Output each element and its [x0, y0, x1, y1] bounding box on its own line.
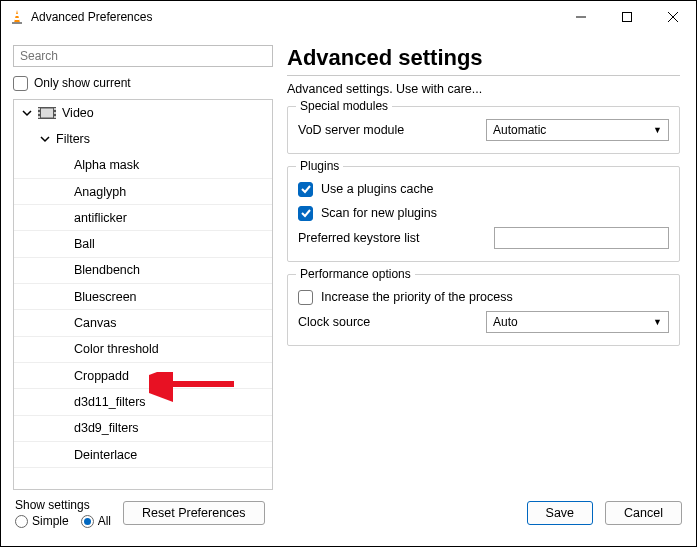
svg-rect-13 — [54, 108, 56, 110]
svg-marker-0 — [14, 10, 20, 23]
radio-icon — [15, 515, 28, 528]
vod-server-combo[interactable]: Automatic ▼ — [486, 119, 669, 141]
tree-node-label: Filters — [56, 132, 90, 146]
radio-all[interactable]: All — [81, 514, 111, 528]
only-show-current-label: Only show current — [34, 76, 131, 90]
tree-leaf-bluescreen[interactable]: Bluescreen — [14, 284, 272, 310]
tree-leaf-anaglyph[interactable]: Anaglyph — [14, 179, 272, 205]
chevron-down-icon: ▼ — [653, 125, 662, 135]
show-settings-group: Show settings Simple All — [15, 498, 111, 528]
only-show-current-row[interactable]: Only show current — [13, 73, 273, 93]
chevron-down-icon: ▼ — [653, 317, 662, 327]
only-show-current-checkbox[interactable] — [13, 76, 28, 91]
tree-node-label: Video — [62, 106, 94, 120]
tree-leaf-label: Anaglyph — [74, 185, 126, 199]
tree-leaf-antiflicker[interactable]: antiflicker — [14, 205, 272, 231]
svg-rect-2 — [15, 18, 20, 20]
chevron-down-icon — [38, 134, 52, 144]
tree-leaf-d3d11-filters[interactable]: d3d11_filters — [14, 389, 272, 415]
vlc-cone-icon — [9, 9, 25, 25]
keystore-input[interactable] — [494, 227, 669, 249]
tree-leaf-label: d3d9_filters — [74, 421, 139, 435]
cancel-button[interactable]: Cancel — [605, 501, 682, 525]
increase-priority-row[interactable]: Increase the priority of the process — [298, 285, 669, 309]
tree-leaf-label: d3d11_filters — [74, 395, 146, 409]
tree-leaf-label: Deinterlace — [74, 448, 137, 462]
checkbox-label: Use a plugins cache — [321, 182, 434, 196]
settings-tree[interactable]: Video Filters Alpha mask Anaglyph antifl… — [13, 99, 273, 490]
page-title: Advanced settings — [287, 45, 680, 71]
tree-leaf-blendbench[interactable]: Blendbench — [14, 258, 272, 284]
group-legend: Plugins — [296, 159, 343, 173]
tree-node-video[interactable]: Video — [14, 100, 272, 126]
vod-server-label: VoD server module — [298, 123, 478, 137]
footer: Show settings Simple All Reset Preferenc… — [1, 490, 696, 546]
svg-rect-12 — [38, 116, 40, 118]
group-special-modules: Special modules VoD server module Automa… — [287, 106, 680, 154]
group-legend: Special modules — [296, 99, 392, 113]
tree-leaf-label: Ball — [74, 237, 95, 251]
combo-value: Auto — [493, 315, 518, 329]
svg-rect-3 — [12, 22, 22, 24]
clock-source-combo[interactable]: Auto ▼ — [486, 311, 669, 333]
tree-leaf-alpha-mask[interactable]: Alpha mask — [14, 153, 272, 179]
tree-leaf-d3d9-filters[interactable]: d3d9_filters — [14, 416, 272, 442]
group-performance: Performance options Increase the priorit… — [287, 274, 680, 346]
search-input[interactable] — [13, 45, 273, 67]
svg-rect-15 — [54, 116, 56, 118]
content-area: Only show current Video Filters Alpha ma… — [1, 33, 696, 490]
show-settings-label: Show settings — [15, 498, 111, 512]
svg-rect-5 — [623, 13, 632, 22]
tree-leaf-croppadd[interactable]: Croppadd — [14, 363, 272, 389]
titlebar: Advanced Preferences — [1, 1, 696, 33]
increase-priority-checkbox[interactable] — [298, 290, 313, 305]
use-plugins-cache-row[interactable]: Use a plugins cache — [298, 177, 669, 201]
radio-label: Simple — [32, 514, 69, 528]
scan-new-plugins-checkbox[interactable] — [298, 206, 313, 221]
group-legend: Performance options — [296, 267, 415, 281]
svg-rect-9 — [41, 109, 53, 118]
svg-line-7 — [668, 12, 678, 22]
svg-rect-10 — [38, 108, 40, 110]
maximize-button[interactable] — [604, 1, 650, 33]
preferences-window: Advanced Preferences Only show current V… — [0, 0, 697, 547]
svg-rect-1 — [15, 14, 19, 16]
use-plugins-cache-checkbox[interactable] — [298, 182, 313, 197]
clock-source-label: Clock source — [298, 315, 478, 329]
checkbox-label: Scan for new plugins — [321, 206, 437, 220]
page-subtitle: Advanced settings. Use with care... — [287, 82, 680, 96]
checkbox-label: Increase the priority of the process — [321, 290, 513, 304]
tree-leaf-label: Bluescreen — [74, 290, 137, 304]
close-button[interactable] — [650, 1, 696, 33]
tree-leaf-label: Alpha mask — [74, 158, 139, 172]
window-title: Advanced Preferences — [31, 10, 152, 24]
tree-leaf-deinterlace[interactable]: Deinterlace — [14, 442, 272, 468]
svg-rect-14 — [54, 112, 56, 114]
tree-node-filters[interactable]: Filters — [14, 126, 272, 152]
tree-leaf-color-threshold[interactable]: Color threshold — [14, 337, 272, 363]
scan-new-plugins-row[interactable]: Scan for new plugins — [298, 201, 669, 225]
tree-leaf-label: Croppadd — [74, 369, 129, 383]
keystore-label: Preferred keystore list — [298, 231, 478, 245]
right-panel: Advanced settings Advanced settings. Use… — [287, 45, 684, 490]
radio-icon — [81, 515, 94, 528]
minimize-button[interactable] — [558, 1, 604, 33]
button-label: Reset Preferences — [142, 506, 246, 520]
button-label: Save — [546, 506, 575, 520]
tree-leaf-label: antiflicker — [74, 211, 127, 225]
left-panel: Only show current Video Filters Alpha ma… — [13, 45, 273, 490]
tree-leaf-label: Color threshold — [74, 342, 159, 356]
tree-leaf-label: Canvas — [74, 316, 116, 330]
reset-preferences-button[interactable]: Reset Preferences — [123, 501, 265, 525]
svg-rect-11 — [38, 112, 40, 114]
film-strip-icon — [38, 106, 56, 120]
radio-simple[interactable]: Simple — [15, 514, 69, 528]
svg-line-6 — [668, 12, 678, 22]
chevron-down-icon — [20, 108, 34, 118]
save-button[interactable]: Save — [527, 501, 594, 525]
radio-label: All — [98, 514, 111, 528]
tree-leaf-ball[interactable]: Ball — [14, 231, 272, 257]
tree-leaf-canvas[interactable]: Canvas — [14, 310, 272, 336]
button-label: Cancel — [624, 506, 663, 520]
title-divider — [287, 75, 680, 76]
